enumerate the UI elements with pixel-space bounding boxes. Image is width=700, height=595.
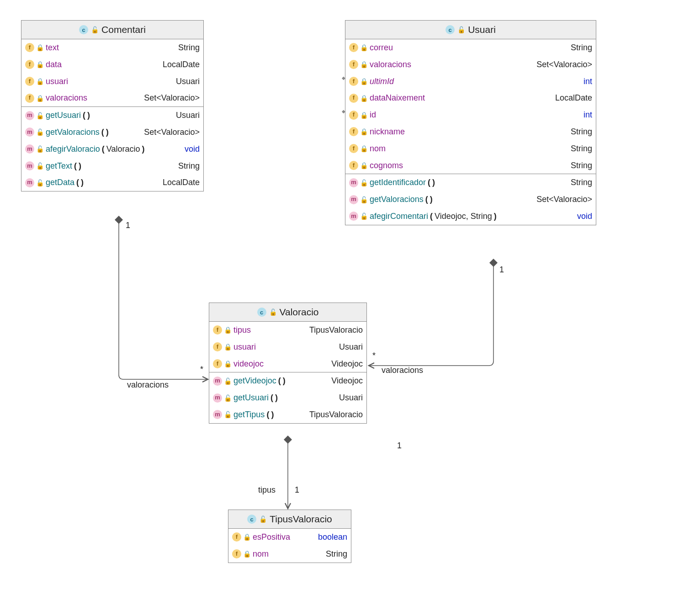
method-row[interactable]: m🔓getUsuari()Usuari bbox=[209, 389, 366, 406]
field-type: String bbox=[571, 41, 592, 54]
class-icon: c bbox=[445, 25, 455, 34]
private-icon: 🔒 bbox=[243, 551, 251, 557]
class-icon: c bbox=[247, 515, 256, 524]
method-icon: m bbox=[213, 410, 222, 419]
field-row[interactable]: f🔒videojocVideojoc bbox=[209, 356, 366, 372]
class-header: c 🔓 Comentari bbox=[21, 21, 203, 39]
method-name: getValoracions bbox=[46, 126, 100, 139]
method-name: getUsuari bbox=[233, 391, 269, 404]
static-pin-icon: ◆ bbox=[342, 74, 345, 82]
public-icon: 🔓 bbox=[91, 27, 99, 33]
method-icon: m bbox=[25, 178, 34, 187]
method-row[interactable]: m🔓getText()String bbox=[21, 158, 203, 175]
class-name: Valoracio bbox=[280, 307, 319, 318]
public-icon: 🔓 bbox=[259, 516, 267, 522]
method-row[interactable]: m🔓getTipus()TipusValoracio bbox=[209, 406, 366, 423]
method-return: Usuari bbox=[339, 391, 363, 404]
method-row[interactable]: m🔓getData()LocalDate bbox=[21, 174, 203, 191]
class-name: Usuari bbox=[468, 24, 496, 35]
field-row[interactable]: f🔒cognomsString bbox=[345, 157, 596, 174]
private-icon: 🔒 bbox=[224, 327, 232, 333]
field-row[interactable]: ◆f🔒ultimIdint bbox=[345, 73, 596, 90]
method-return: Set<Valoracio> bbox=[144, 126, 200, 139]
field-type: String bbox=[178, 41, 200, 54]
field-name: dataNaixement bbox=[370, 91, 425, 105]
private-icon: 🔒 bbox=[36, 61, 44, 68]
field-row[interactable]: f🔒dataNaixementLocalDate bbox=[345, 90, 596, 106]
field-icon: f bbox=[25, 60, 34, 69]
field-row[interactable]: ◆f🔒idint bbox=[345, 106, 596, 123]
class-comentari[interactable]: c 🔓 Comentari f🔒textString f🔒dataLocalDa… bbox=[21, 20, 204, 191]
method-name: getValoracions bbox=[370, 193, 424, 206]
method-params: Valoracio bbox=[106, 143, 140, 156]
field-type: Usuari bbox=[339, 340, 363, 354]
field-type: String bbox=[326, 547, 347, 561]
method-row[interactable]: m🔓getValoracions()Set<Valoracio> bbox=[21, 124, 203, 141]
method-row[interactable]: m🔓getValoracions()Set<Valoracio> bbox=[345, 191, 596, 208]
method-name: getText bbox=[46, 159, 72, 173]
fields-section: f🔒textString f🔒dataLocalDate f🔒usuariUsu… bbox=[21, 39, 203, 107]
private-icon: 🔒 bbox=[243, 534, 251, 540]
field-row[interactable]: f🔒valoracionsSet<Valoracio> bbox=[345, 56, 596, 73]
method-return: void bbox=[577, 210, 592, 223]
field-row[interactable]: f🔒nomString bbox=[345, 140, 596, 157]
field-row[interactable]: f🔒dataLocalDate bbox=[21, 56, 203, 73]
method-row[interactable]: m🔓afegirValoracio(Valoracio)void bbox=[21, 141, 203, 158]
field-row[interactable]: f🔒valoracionsSet<Valoracio> bbox=[21, 90, 203, 106]
field-row[interactable]: f🔒usuariUsuari bbox=[21, 73, 203, 90]
private-icon: 🔒 bbox=[360, 145, 368, 152]
field-row[interactable]: f🔒usuariUsuari bbox=[209, 339, 366, 356]
field-row[interactable]: f🔒correuString bbox=[345, 39, 596, 56]
method-row[interactable]: m🔓getVideojoc()Videojoc bbox=[209, 372, 366, 389]
field-icon: f bbox=[232, 532, 241, 542]
method-row[interactable]: m🔓afegirComentari(Videojoc, String)void bbox=[345, 208, 596, 225]
private-icon: 🔒 bbox=[360, 78, 368, 85]
class-valoracio[interactable]: c 🔓 Valoracio f🔒tipusTipusValoracio f🔒us… bbox=[209, 303, 367, 424]
class-header: c 🔓 TipusValoracio bbox=[228, 510, 351, 529]
field-icon: f bbox=[213, 325, 222, 335]
multiplicity-many: * bbox=[200, 365, 203, 374]
fields-section: f🔒tipusTipusValoracio f🔒usuariUsuari f🔒v… bbox=[209, 322, 366, 372]
public-icon: 🔓 bbox=[224, 411, 232, 418]
field-name: nom bbox=[253, 547, 269, 561]
methods-section: m🔓getIdentificador()String m🔓getValoraci… bbox=[345, 174, 596, 224]
field-name: cognoms bbox=[370, 159, 403, 172]
method-row[interactable]: m🔓getIdentificador()String bbox=[345, 174, 596, 191]
public-icon: 🔓 bbox=[36, 146, 44, 152]
field-row[interactable]: f🔒esPositivaboolean bbox=[228, 529, 351, 546]
fields-section: f🔒esPositivaboolean f🔒nomString bbox=[228, 529, 351, 563]
field-name: esPositiva bbox=[253, 531, 290, 544]
field-name: valoracions bbox=[370, 58, 411, 71]
method-name: getIdentificador bbox=[370, 176, 426, 189]
method-return: Set<Valoracio> bbox=[536, 193, 592, 206]
field-icon: f bbox=[349, 60, 358, 69]
field-row[interactable]: f🔒textString bbox=[21, 39, 203, 56]
class-tipusvaloracio[interactable]: c 🔓 TipusValoracio f🔒esPositivaboolean f… bbox=[228, 510, 351, 563]
field-row[interactable]: f🔒tipusTipusValoracio bbox=[209, 322, 366, 339]
field-row[interactable]: f🔒nicknameString bbox=[345, 123, 596, 140]
public-icon: 🔓 bbox=[457, 27, 465, 33]
private-icon: 🔒 bbox=[36, 44, 44, 51]
field-name: valoracions bbox=[46, 91, 87, 105]
method-icon: m bbox=[349, 178, 358, 187]
multiplicity-one: 1 bbox=[397, 441, 402, 451]
field-row[interactable]: f🔒nomString bbox=[228, 546, 351, 563]
class-usuari[interactable]: c 🔓 Usuari f🔒correuString f🔒valoracionsS… bbox=[345, 20, 596, 225]
method-icon: m bbox=[25, 144, 34, 154]
method-params: Videojoc, String bbox=[435, 210, 492, 223]
public-icon: 🔓 bbox=[224, 395, 232, 401]
field-icon: f bbox=[349, 43, 358, 52]
private-icon: 🔒 bbox=[360, 128, 368, 135]
multiplicity-one: 1 bbox=[499, 265, 504, 275]
field-type: Set<Valoracio> bbox=[144, 91, 200, 105]
field-icon: f bbox=[349, 127, 358, 136]
field-type: Videojoc bbox=[331, 357, 363, 371]
field-icon: f bbox=[349, 111, 358, 120]
private-icon: 🔒 bbox=[360, 44, 368, 51]
role-valoracions: valoracions bbox=[382, 366, 423, 375]
method-row[interactable]: m🔓getUsuari()Usuari bbox=[21, 107, 203, 124]
private-icon: 🔒 bbox=[224, 344, 232, 350]
class-icon: c bbox=[257, 308, 266, 317]
public-icon: 🔓 bbox=[360, 213, 368, 219]
field-type: TipusValoracio bbox=[309, 324, 363, 337]
